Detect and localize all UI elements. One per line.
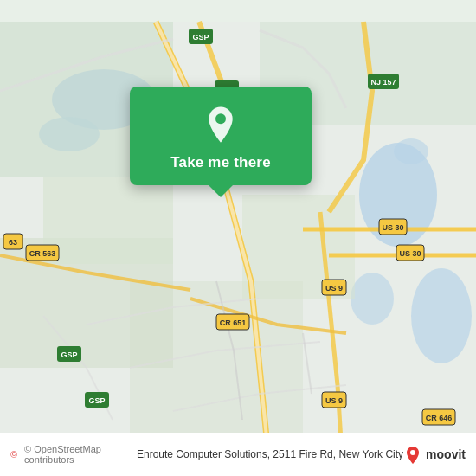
address-text: Enroute Computer Solutions, 2511 Fire Rd… bbox=[137, 448, 403, 460]
svg-text:US 9: US 9 bbox=[325, 284, 343, 293]
svg-text:US 9: US 9 bbox=[325, 396, 343, 405]
moovit-icon bbox=[403, 445, 422, 464]
svg-rect-11 bbox=[43, 177, 173, 264]
svg-text:GSP: GSP bbox=[61, 351, 77, 359]
svg-text:63: 63 bbox=[9, 238, 17, 247]
moovit-text: moovit bbox=[426, 447, 466, 461]
svg-point-4 bbox=[411, 268, 472, 363]
osm-text: © OpenStreetMap contributors bbox=[24, 444, 137, 465]
map-container: GSP GSP GSP GSP NJ 157 US 9 US 9 US 30 U… bbox=[0, 0, 476, 476]
svg-point-5 bbox=[351, 273, 394, 325]
map-svg: GSP GSP GSP GSP NJ 157 US 9 US 9 US 30 U… bbox=[0, 0, 476, 476]
svg-point-39 bbox=[215, 113, 226, 124]
svg-point-6 bbox=[394, 138, 428, 164]
svg-text:GSP: GSP bbox=[88, 396, 105, 405]
popup-card: Take me there bbox=[130, 87, 312, 185]
location-pin-icon bbox=[200, 104, 241, 145]
svg-point-40 bbox=[410, 450, 415, 455]
svg-text:US 30: US 30 bbox=[382, 223, 403, 232]
svg-text:CR 651: CR 651 bbox=[220, 318, 247, 327]
osm-logo: © bbox=[10, 449, 17, 460]
svg-text:CR 646: CR 646 bbox=[426, 414, 453, 422]
svg-text:NJ 157: NJ 157 bbox=[370, 78, 396, 87]
svg-text:GSP: GSP bbox=[192, 33, 209, 42]
attribution-bar: © © OpenStreetMap contributors Enroute C… bbox=[0, 433, 476, 476]
moovit-logo: moovit bbox=[403, 445, 466, 464]
take-me-there-button[interactable]: Take me there bbox=[170, 154, 271, 171]
svg-text:CR 563: CR 563 bbox=[29, 249, 56, 258]
svg-text:US 30: US 30 bbox=[399, 249, 421, 258]
